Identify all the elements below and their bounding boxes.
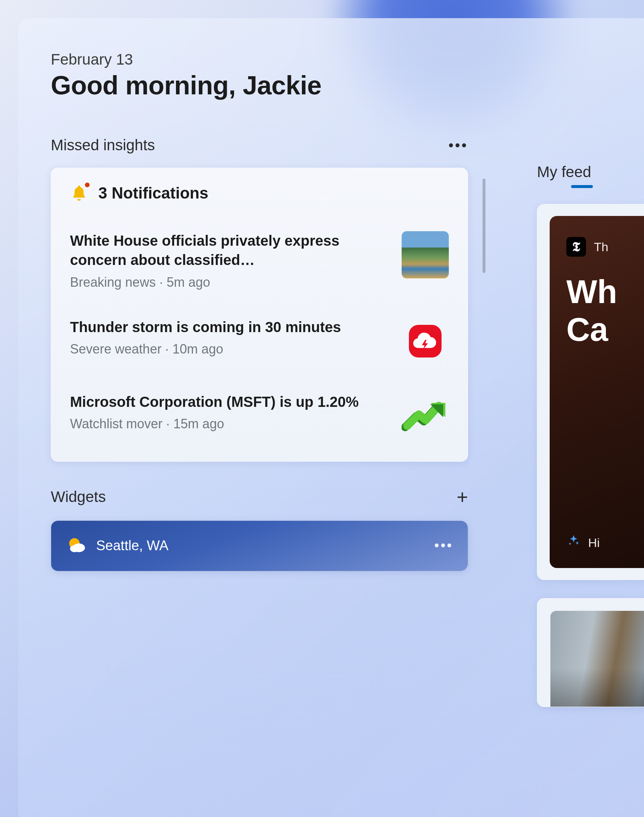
notification-text: Microsoft Corporation (MSFT) is up 1.20%… [70,392,387,432]
feed-source-label: Th [594,240,609,254]
weather-widget-more-button[interactable]: ••• [434,538,453,553]
notification-category: Severe weather [70,341,161,356]
missed-insights-title: Missed insights [51,137,155,154]
missed-insights-more-button[interactable]: ••• [448,138,468,152]
missed-insights-header: Missed insights ••• [51,137,494,154]
weather-sun-cloud-icon [66,534,87,557]
notification-text: Thunder storm is coming in 30 minutes Se… [70,318,387,357]
feed-hero-headline-line2: Ca [566,312,608,348]
feed-source-row: 𝕿 Th [566,237,644,256]
notification-meta: Breaking news · 5m ago [70,275,387,290]
feed-hero-footer: Hi [566,534,600,551]
notification-headline: Microsoft Corporation (MSFT) is up 1.20% [70,392,387,412]
notification-thumbnail-photo [402,231,449,278]
feed-hero-footer-text: Hi [588,536,600,550]
widgets-panel: February 13 Good morning, Jackie Missed … [18,18,644,817]
notifications-card: 3 Notifications White House officials pr… [51,168,468,462]
weather-location: Seattle, WA [96,538,168,553]
notification-item[interactable]: Microsoft Corporation (MSFT) is up 1.20%… [70,381,449,442]
my-feed-tab[interactable]: My feed [537,163,644,181]
date-label: February 13 [51,51,494,68]
notification-time: 10m ago [172,341,223,356]
weather-widget-left: Seattle, WA [66,534,168,557]
feed-hero-headline: Wh Ca [566,273,644,349]
svg-point-3 [70,545,79,552]
notification-item[interactable]: White House officials privately express … [70,223,449,306]
feed-secondary-photo [550,611,644,706]
my-feed-tab-indicator [571,185,593,188]
notification-headline: Thunder storm is coming in 30 minutes [70,318,387,337]
notification-category: Breaking news [70,275,156,290]
storm-icon [402,318,449,365]
notifications-count-title: 3 Notifications [98,184,208,202]
weather-widget[interactable]: Seattle, WA ••• [51,521,468,571]
left-column: February 13 Good morning, Jackie Missed … [51,51,494,817]
notification-meta: Watchlist mover · 15m ago [70,416,387,432]
widgets-header: Widgets + [51,487,494,507]
right-column: My feed 𝕿 Th Wh Ca Hi [537,51,644,817]
add-widget-button[interactable]: + [457,487,468,507]
notification-category: Watchlist mover [70,416,163,431]
feed-hero-card[interactable]: 𝕿 Th Wh Ca Hi [537,204,644,580]
notification-item[interactable]: Thunder storm is coming in 30 minutes Se… [70,306,449,381]
sparkle-icon [566,534,581,551]
feed-hero-headline-line1: Wh [566,274,617,310]
stock-up-icon [402,392,449,439]
nyt-badge-icon: 𝕿 [566,237,586,256]
notification-headline: White House officials privately express … [70,231,387,270]
bell-icon [70,184,88,202]
notification-time: 5m ago [167,275,210,290]
notifications-header: 3 Notifications [70,184,449,202]
greeting-label: Good morning, Jackie [51,71,494,100]
notification-dot-icon [85,183,90,187]
scrollbar[interactable] [483,178,485,273]
widgets-title: Widgets [51,488,106,505]
notification-meta: Severe weather · 10m ago [70,341,387,357]
feed-hero-image: 𝕿 Th Wh Ca Hi [550,216,644,568]
notifications-card-wrap: 3 Notifications White House officials pr… [51,168,494,462]
feed-secondary-card[interactable] [537,598,644,707]
notification-text: White House officials privately express … [70,231,387,290]
notification-time: 15m ago [173,416,224,431]
